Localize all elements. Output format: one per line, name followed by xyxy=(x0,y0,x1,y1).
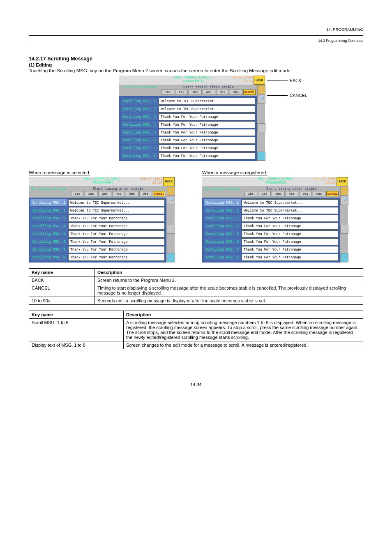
back-button[interactable]: BACK xyxy=(254,76,265,85)
page-subheader-right: 14.2 Programming Operation xyxy=(318,39,363,43)
body-text: Touching the Scrolling MSG. key on the P… xyxy=(29,68,363,73)
r-t-60[interactable]: 60s xyxy=(299,191,312,196)
rows: Scrolling MSG.1Welcome to TEC Supermarke… xyxy=(119,96,257,161)
t2-k2: Display text of MSG. 1 to 8 xyxy=(29,341,124,349)
side-icon-up[interactable] xyxy=(257,94,265,104)
row-input-2[interactable]: Welcome to TEC Supermarket... xyxy=(159,106,255,113)
row-input-5[interactable]: Thank You For Your Patronage xyxy=(159,129,255,136)
l-t-60[interactable]: 60s xyxy=(126,191,138,196)
screen-date: JAN.27.200315:03 xyxy=(231,76,254,85)
side-icon-top[interactable] xyxy=(257,85,265,94)
table-2: Key nameDescription Scroll MSG. 1 to 8A … xyxy=(29,311,363,349)
l-t-10[interactable]: 10s xyxy=(71,191,84,196)
section-title-1: 14.2.17 Scrolling Message xyxy=(29,56,363,62)
timing-30s[interactable]: 30s xyxy=(189,90,201,95)
row-label-5[interactable]: Scrolling MSG.5 xyxy=(121,129,158,136)
r-t-45[interactable]: 45s xyxy=(286,191,298,196)
r-t-20[interactable]: 20s xyxy=(258,191,271,196)
callouts: BACK CANCEL REG. NORMAL(LABEL)PROGRAMMIN… xyxy=(119,76,363,161)
row-input-8[interactable]: Thank You For Your Patronage xyxy=(159,152,255,159)
timing-90s[interactable]: 90s xyxy=(230,90,242,95)
l-t-90[interactable]: 90s xyxy=(139,191,152,196)
r-row-1[interactable]: Scrolling MSG.1 xyxy=(204,199,241,206)
row-label-8[interactable]: Scrolling MSG.8 xyxy=(121,152,158,159)
side-column xyxy=(257,85,265,161)
screen-left: REG. NORMAL(LABEL)PROGRAMMIN JAN.27.2003… xyxy=(29,177,175,263)
pair-right-label: When a message is registered: xyxy=(202,170,267,175)
pair-left-label: When a message is selected: xyxy=(29,170,90,175)
t1-d3: Seconds until a scrolling message is dis… xyxy=(95,297,363,305)
row-input-3[interactable]: Thank You For Your Patronage xyxy=(159,113,255,120)
l-t-30[interactable]: 30s xyxy=(98,191,111,196)
cancel-button[interactable]: CANCEL xyxy=(243,90,256,95)
screen-main: REG. NORMAL(LABEL)PROGRAMMIN JAN.27.2003… xyxy=(119,76,265,161)
l-row-1[interactable]: Scrolling MSG.1 xyxy=(30,199,67,206)
screen-title: REG. NORMAL(LABEL)PROGRAMMIN xyxy=(155,76,231,85)
row-input-7[interactable]: Thank You For Your Patronage xyxy=(159,145,255,152)
subheading: Start timing after stable xyxy=(161,85,256,89)
l-t-20[interactable]: 20s xyxy=(85,191,97,196)
timing-45s[interactable]: 45s xyxy=(203,90,215,95)
l-cancel[interactable]: CANCEL xyxy=(153,191,165,196)
timing-60s[interactable]: 60s xyxy=(216,90,229,95)
back-button-r[interactable]: BACK xyxy=(337,177,348,186)
row-label-1[interactable]: Scrolling MSG.1 xyxy=(121,98,158,105)
callout-cancel: CANCEL xyxy=(290,93,307,98)
t1-d1: Screen returns to the Program Menu 2. xyxy=(95,276,363,284)
row-label-3[interactable]: Scrolling MSG.3 xyxy=(121,113,158,120)
row-input-4[interactable]: Thank You For Your Patronage xyxy=(159,121,255,128)
t2-k1: Scroll MSG. 1 to 8 xyxy=(29,319,124,341)
timing-10s[interactable]: 10s xyxy=(161,90,174,95)
r-t-90[interactable]: 90s xyxy=(313,191,325,196)
callout-back: BACK xyxy=(290,78,302,83)
row-input-1[interactable]: Welcome to TEC Supermarket... xyxy=(159,98,255,105)
r-cancel[interactable]: CANCEL xyxy=(326,191,339,196)
t1-k2: CANCEL xyxy=(29,284,95,297)
table-1: Key nameDescription BACKScreen returns t… xyxy=(29,268,363,305)
page-header-right: 14. PROGRAMMING xyxy=(326,27,363,32)
r-t-30[interactable]: 30s xyxy=(272,191,284,196)
r-t-10[interactable]: 10s xyxy=(244,191,257,196)
t2-d2: Screen changes to the edit mode for a me… xyxy=(124,341,363,349)
scroll-heading: Scrolling message xyxy=(119,85,160,96)
screen-right: REG. NORMAL(LABEL)PROGRAMMIN JAN.27.2003… xyxy=(202,177,348,263)
l-t-45[interactable]: 45s xyxy=(112,191,125,196)
section-title-2: (1) Editing xyxy=(29,62,363,67)
page-footer: 14-34 xyxy=(29,382,363,387)
t1-d2: Timing to start displaying a scrolling m… xyxy=(95,284,363,297)
t2-d1: A scrolling message selected among scrol… xyxy=(124,319,363,341)
row-input-6[interactable]: Thank You For Your Patronage xyxy=(159,137,255,144)
row-label-6[interactable]: Scrolling MSG.6 xyxy=(121,137,158,144)
row-label-2[interactable]: Scrolling MSG.2 xyxy=(121,106,158,113)
t1-k3: 10 to 90s xyxy=(29,297,95,305)
back-button-l[interactable]: BACK xyxy=(163,177,175,186)
row-label-7[interactable]: Scrolling MSG.7 xyxy=(121,145,158,152)
t1-k1: BACK xyxy=(29,276,95,284)
side-icon-bottom[interactable] xyxy=(257,152,265,161)
row-label-4[interactable]: Scrolling MSG.4 xyxy=(121,121,158,128)
side-icon-mid[interactable] xyxy=(257,123,265,132)
timing-20s[interactable]: 20s xyxy=(175,90,188,95)
